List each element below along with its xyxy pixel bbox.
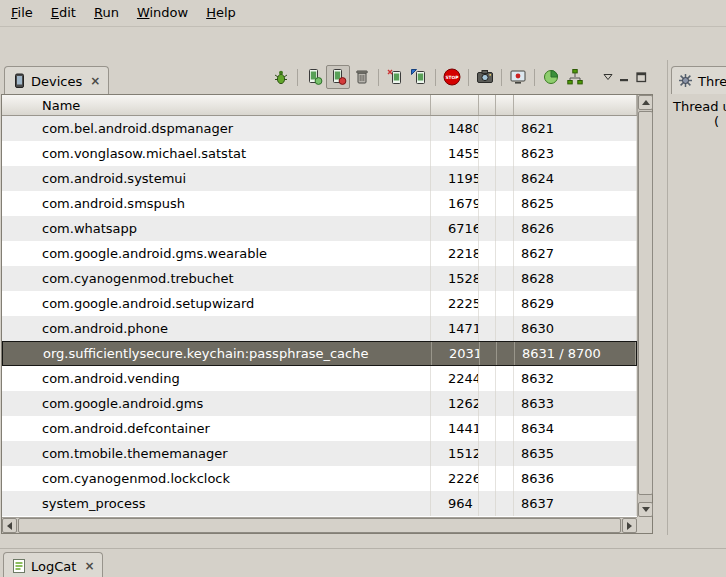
table-row[interactable]: com.google.android.setupwizard 22250 862…: [2, 291, 637, 316]
process-port: 8624: [514, 166, 637, 191]
table-row[interactable]: system_process 964 8637: [2, 491, 637, 516]
vertical-scrollbar-thumb[interactable]: [638, 111, 653, 495]
table-row[interactable]: com.vonglasow.michael.satstat 14553 8623: [2, 141, 637, 166]
hierarchy-view-icon[interactable]: [563, 65, 587, 89]
empty-cell: [479, 416, 496, 441]
toolbar-separator: [435, 69, 436, 86]
empty-cell: [497, 342, 515, 365]
menubar: File Edit Run Window Help: [0, 0, 726, 27]
process-pid: 6716: [431, 216, 479, 241]
menu-file[interactable]: File: [2, 0, 42, 26]
menu-help-label: elp: [216, 5, 236, 20]
process-name: org.sufficientlysecure.keychain:passphra…: [3, 342, 432, 365]
menu-help[interactable]: Help: [197, 0, 245, 26]
threads-tabbar: Threads: [668, 60, 726, 94]
process-pid: 20311: [432, 342, 480, 365]
menu-window[interactable]: Window: [128, 0, 197, 26]
horizontal-scrollbar-thumb[interactable]: [18, 518, 621, 533]
menu-run[interactable]: Run: [85, 0, 128, 26]
empty-cell: [496, 191, 514, 216]
process-name: com.tmobile.thememanager: [2, 441, 431, 466]
table-row[interactable]: com.whatsapp 6716 8626: [2, 216, 637, 241]
main-area: Devices ×: [0, 60, 726, 535]
table-row[interactable]: com.android.systemui 1195 8624: [2, 166, 637, 191]
scroll-right-button[interactable]: [622, 518, 637, 533]
tab-logcat[interactable]: LogCat ×: [3, 552, 103, 577]
empty-cell: [496, 391, 514, 416]
start-method-profiling-icon[interactable]: [407, 65, 431, 89]
process-pid: 1471: [431, 316, 479, 341]
empty-cell: [479, 391, 496, 416]
table-row[interactable]: com.android.vending 22440 8632: [2, 366, 637, 391]
arrow-left-icon: [7, 522, 12, 530]
tab-threads[interactable]: Threads: [671, 66, 726, 94]
table-row[interactable]: com.google.android.gms.wearable 22185 86…: [2, 241, 637, 266]
device-icon: [13, 73, 26, 89]
column-header-blank1[interactable]: [479, 95, 496, 115]
table-row[interactable]: com.google.android.gms 12623 8633: [2, 391, 637, 416]
empty-cell: [479, 491, 496, 516]
menu-edit[interactable]: Edit: [42, 0, 85, 26]
process-port: 8621: [514, 116, 637, 141]
process-port: 8627: [514, 241, 637, 266]
table-row[interactable]: com.tmobile.thememanager 1512 8635: [2, 441, 637, 466]
update-heap-icon[interactable]: [302, 65, 326, 89]
column-header-port[interactable]: [514, 95, 637, 115]
table-row[interactable]: com.android.defcontainer 14411 8634: [2, 416, 637, 441]
process-pid: 22265: [431, 466, 479, 491]
column-header-pid[interactable]: [431, 95, 479, 115]
column-header-name[interactable]: Name: [2, 95, 431, 115]
update-threads-icon[interactable]: [383, 65, 407, 89]
process-name: com.android.systemui: [2, 166, 431, 191]
tab-devices[interactable]: Devices ×: [4, 66, 109, 94]
threads-content: Thread up (: [668, 94, 726, 129]
threads-icon: [678, 73, 693, 88]
stop-process-icon[interactable]: STOP: [440, 65, 464, 89]
devices-toolbar: STOP: [269, 65, 650, 89]
horizontal-scrollbar: [2, 517, 637, 533]
process-port: 8636: [514, 466, 637, 491]
empty-cell: [479, 291, 496, 316]
close-icon[interactable]: ×: [90, 74, 100, 88]
dump-hprof-icon[interactable]: [326, 65, 350, 89]
menu-file-label: ile: [18, 5, 33, 20]
table-row[interactable]: com.cyanogenmod.lockclock 22265 8636: [2, 466, 637, 491]
table-row[interactable]: org.sufficientlysecure.keychain:passphra…: [2, 341, 637, 366]
close-icon[interactable]: ×: [84, 559, 94, 573]
screen-capture-icon[interactable]: [473, 65, 497, 89]
table-row[interactable]: com.android.smspush 1679 8625: [2, 191, 637, 216]
table-row[interactable]: com.cyanogenmod.trebuchet 1528 8628: [2, 266, 637, 291]
process-name: com.whatsapp: [2, 216, 431, 241]
menu-help-mnemonic: H: [206, 5, 216, 20]
toolbar-separator: [297, 69, 298, 86]
capture-sysinfo-icon[interactable]: [539, 65, 563, 89]
scroll-down-button[interactable]: [638, 502, 653, 517]
process-port: 8637: [514, 491, 637, 516]
scroll-left-button[interactable]: [2, 518, 17, 533]
empty-cell: [479, 241, 496, 266]
cause-gc-icon[interactable]: [350, 65, 374, 89]
table-row[interactable]: com.android.phone 1471 8630: [2, 316, 637, 341]
maximize-icon[interactable]: [633, 69, 650, 86]
minimize-icon[interactable]: [616, 69, 633, 86]
logcat-icon: [12, 558, 26, 574]
table-row[interactable]: com.bel.android.dspmanager 1480 8621: [2, 116, 637, 141]
empty-cell: [496, 116, 514, 141]
empty-cell: [496, 366, 514, 391]
screen-record-icon[interactable]: [506, 65, 530, 89]
menu-window-mnemonic: W: [137, 5, 150, 20]
tab-logcat-label: LogCat: [31, 558, 76, 574]
process-port: 8623: [514, 141, 637, 166]
scroll-up-button[interactable]: [638, 95, 653, 110]
main-toolbar: [0, 28, 726, 59]
process-name: com.bel.android.dspmanager: [2, 116, 431, 141]
empty-cell: [479, 441, 496, 466]
devices-tabbar: Devices ×: [0, 60, 656, 94]
view-menu-icon[interactable]: [599, 69, 616, 86]
empty-cell: [496, 466, 514, 491]
column-header-blank2[interactable]: [496, 95, 514, 115]
process-pid: 22185: [431, 241, 479, 266]
table-header: Name: [2, 95, 637, 116]
empty-cell: [496, 141, 514, 166]
debug-icon[interactable]: [269, 65, 293, 89]
